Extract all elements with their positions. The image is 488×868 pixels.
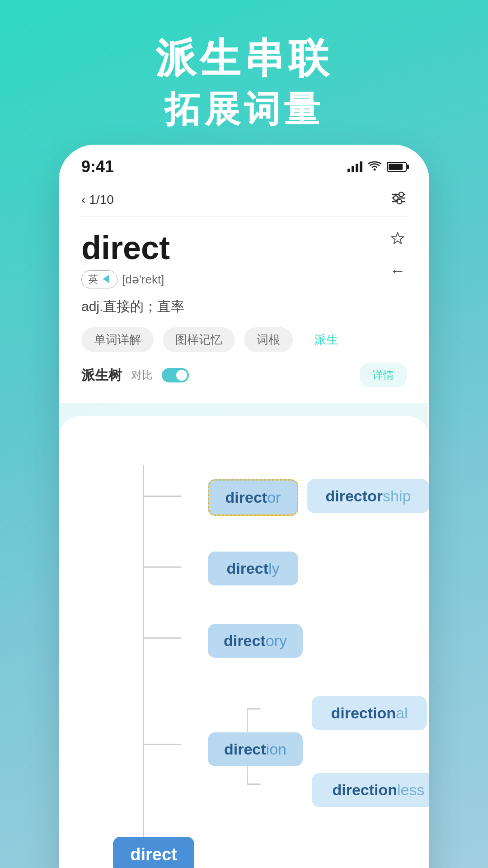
phonetic-text: [də'rekt] [122, 273, 164, 287]
signal-icon [347, 161, 362, 172]
node-directory[interactable]: directory [208, 624, 303, 658]
node-direct[interactable]: direct [113, 837, 194, 868]
tab-root[interactable]: 词根 [244, 327, 293, 352]
node-direction[interactable]: direction [208, 732, 303, 766]
word-title: direct [81, 230, 407, 266]
phone-status-bar: 9:41 [59, 145, 429, 181]
wifi-icon [368, 160, 381, 174]
tab-derivation[interactable]: 派生 [302, 327, 351, 352]
node-directional[interactable]: directional [312, 696, 427, 730]
word-actions: ← [389, 230, 407, 280]
phone-time: 9:41 [81, 157, 114, 176]
tree-title: 派生树 [81, 366, 122, 385]
contrast-toggle[interactable] [162, 368, 189, 382]
tree-label-row: 派生树 对比 详情 [81, 363, 407, 387]
lang-badge: 英 ◀ [81, 270, 117, 288]
tab-image-memory[interactable]: 图样记忆 [163, 327, 235, 352]
nav-bar: ‹ 1/10 [81, 181, 407, 217]
word-section: direct ← 英 ◀ [də'rekt] adj.直接的；直率 单词详解 图… [81, 217, 407, 403]
contrast-label: 对比 [131, 368, 153, 382]
svg-point-4 [399, 192, 404, 197]
node-directorship[interactable]: directorship [307, 479, 429, 513]
svg-point-0 [374, 169, 376, 171]
node-director[interactable]: director [208, 479, 298, 516]
node-directionless[interactable]: directionless [312, 773, 429, 807]
header-line1: 派生串联 [0, 36, 488, 81]
detail-button[interactable]: 详情 [360, 363, 407, 387]
back-button[interactable]: ‹ [81, 193, 85, 207]
svg-point-5 [394, 196, 398, 200]
tab-word-detail[interactable]: 单词详解 [81, 327, 154, 352]
derivation-tree-card: direct director directorship directly di… [59, 416, 429, 868]
svg-point-6 [397, 199, 402, 204]
node-directly[interactable]: directly [208, 552, 298, 585]
header-section: 派生串联 拓展词量 [0, 0, 488, 134]
filter-button[interactable] [390, 190, 407, 209]
back-arrow-button[interactable]: ← [389, 261, 406, 280]
nav-left: ‹ 1/10 [81, 193, 114, 207]
phone-mockup: 9:41 [59, 145, 429, 868]
favorite-button[interactable] [389, 230, 407, 252]
tree-container: direct director directorship directly di… [86, 443, 402, 868]
status-icons [347, 160, 407, 174]
word-meaning: adj.直接的；直率 [81, 297, 407, 316]
page-indicator: 1/10 [89, 193, 114, 207]
tab-bar: 单词详解 图样记忆 词根 派生 [81, 327, 407, 352]
battery-icon [387, 162, 407, 172]
phone-content: ‹ 1/10 direct [59, 181, 429, 403]
pronunciation-row: 英 ◀ [də'rekt] [81, 270, 407, 288]
header-line2: 拓展词量 [0, 85, 488, 134]
